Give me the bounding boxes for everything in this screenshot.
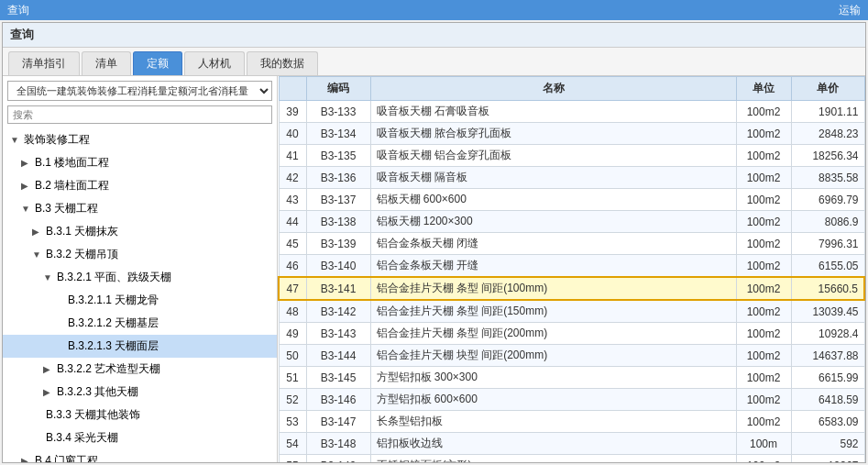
cell-unit: 100m2	[736, 300, 791, 323]
cell-num: 40	[279, 123, 306, 145]
tree-item-b1[interactable]: B.1 楼地面工程	[3, 151, 277, 174]
cell-price: 18256.34	[791, 145, 864, 167]
tree-arrow-b323	[43, 387, 54, 397]
cell-unit: 100m2	[736, 189, 791, 211]
tree-label-b3212: B.3.2.1.2 天棚基层	[68, 316, 159, 331]
cell-name: 铝合金条板天棚 闭缝	[370, 233, 736, 255]
tree-label-root: 装饰装修工程	[24, 132, 90, 148]
cell-num: 48	[279, 300, 306, 323]
table-row[interactable]: 44B3-138铝板天棚 1200×300100m28086.9	[279, 211, 864, 233]
tree-item-b321[interactable]: B.3.2.1 平面、跌级天棚	[3, 266, 277, 289]
table-row[interactable]: 51B3-145方型铝扣板 300×300100m26615.99	[279, 367, 864, 389]
cell-name: 吸音板天棚 隔音板	[370, 167, 736, 189]
tab-rencaiji[interactable]: 人材机	[184, 51, 245, 75]
table-row[interactable]: 42B3-136吸音板天棚 隔音板100m28835.58	[279, 167, 864, 189]
cell-price: 19367	[791, 455, 864, 463]
cell-unit: 100m2	[736, 145, 791, 167]
tab-qingdan-zhiyin[interactable]: 清单指引	[8, 51, 80, 75]
table-row[interactable]: 55B3-149不锈钢镜面板(方形)100m219367	[279, 455, 864, 463]
table-row[interactable]: 48B3-142铝合金挂片天棚 条型 间距(150mm)100m213039.4…	[279, 300, 864, 323]
tab-dinge[interactable]: 定额	[133, 51, 182, 75]
cell-code: B3-148	[306, 433, 370, 455]
cell-unit: 100m2	[736, 345, 791, 367]
cell-price: 8086.9	[791, 211, 864, 233]
tree-item-b3[interactable]: B.3 天棚工程	[3, 197, 277, 220]
table-row[interactable]: 46B3-140铝合金条板天棚 开缝100m26155.05	[279, 255, 864, 278]
right-panel: 编码 名称 单位 单价 39B3-133吸音板天棚 石膏吸音板100m21901…	[278, 76, 865, 462]
cell-code: B3-136	[306, 167, 370, 189]
tree-label-b3213: B.3.2.1.3 天棚面层	[68, 338, 159, 354]
tree-item-root[interactable]: 装饰装修工程	[3, 128, 277, 151]
tree-item-b323[interactable]: B.3.2.3 其他天棚	[3, 381, 277, 404]
tree-label-b34: B.3.4 采光天棚	[46, 430, 118, 446]
tree-label-b4: B.4 门窗工程	[35, 453, 98, 462]
tree-item-b31[interactable]: B.3.1 天棚抹灰	[3, 220, 277, 243]
cell-unit: 100m2	[736, 233, 791, 255]
tree-label-b33: B.3.3 天棚其他装饰	[46, 407, 140, 423]
tree-label-b2: B.2 墙柱面工程	[35, 178, 109, 194]
cell-price: 7996.31	[791, 233, 864, 255]
cell-code: B3-133	[306, 101, 370, 123]
tree-label-b31: B.3.1 天棚抹灰	[46, 224, 118, 239]
tab-mydata[interactable]: 我的数据	[247, 51, 318, 75]
title-bar: 查询	[3, 23, 865, 48]
main-window: 查询 清单指引 清单 定额 人材机 我的数据 全国统一建筑装饰装修工程消耗量定额…	[2, 22, 866, 463]
cell-price: 6969.79	[791, 189, 864, 211]
table-row[interactable]: 49B3-143铝合金挂片天棚 条型 间距(200mm)100m210928.4	[279, 323, 864, 345]
cell-num: 46	[279, 255, 306, 278]
cell-name: 铝板天棚 600×600	[370, 189, 736, 211]
tree-item-b33[interactable]: B.3.3 天棚其他装饰	[3, 404, 277, 426]
cell-price: 6615.99	[791, 367, 864, 389]
tree-item-b3213[interactable]: B.3.2.1.3 天棚面层	[3, 335, 277, 358]
table-scroll[interactable]: 编码 名称 单位 单价 39B3-133吸音板天棚 石膏吸音板100m21901…	[278, 76, 865, 462]
tree-item-b3212[interactable]: B.3.2.1.2 天棚基层	[3, 312, 277, 335]
tree-item-b4[interactable]: B.4 门窗工程	[3, 449, 277, 462]
header-price: 单价	[791, 77, 864, 101]
cell-unit: 100m2	[736, 101, 791, 123]
tree-item-b32[interactable]: B.3.2 天棚吊顶	[3, 243, 277, 266]
table-row[interactable]: 54B3-148铝扣板收边线100m592	[279, 433, 864, 455]
table-row[interactable]: 52B3-146方型铝扣板 600×600100m26418.59	[279, 389, 864, 411]
table-row[interactable]: 40B3-134吸音板天棚 脓合板穿孔面板100m22848.23	[279, 123, 864, 145]
tree-label-b322: B.3.2.2 艺术造型天棚	[57, 361, 160, 377]
tree-item-b322[interactable]: B.3.2.2 艺术造型天棚	[3, 358, 277, 381]
cell-code: B3-135	[306, 145, 370, 167]
cell-price: 1901.11	[791, 101, 864, 123]
tree-item-b34[interactable]: B.3.4 采光天棚	[3, 426, 277, 449]
top-bar: 查询 运输	[0, 0, 868, 20]
table-row[interactable]: 41B3-135吸音板天棚 铝合金穿孔面板100m218256.34	[279, 145, 864, 167]
cell-num: 47	[279, 277, 306, 300]
top-bar-title: 查询	[7, 3, 29, 18]
cell-code: B3-140	[306, 255, 370, 278]
cell-price: 2848.23	[791, 123, 864, 145]
cell-num: 43	[279, 189, 306, 211]
tree-item-b2[interactable]: B.2 墙柱面工程	[3, 174, 277, 197]
table-row[interactable]: 50B3-144铝合金挂片天棚 块型 间距(200mm)100m214637.8…	[279, 345, 864, 367]
table-row[interactable]: 53B3-147长条型铝扣板100m26583.09	[279, 411, 864, 433]
cell-unit: 100m2	[736, 411, 791, 433]
table-row[interactable]: 45B3-139铝合金条板天棚 闭缝100m27996.31	[279, 233, 864, 255]
quota-dropdown[interactable]: 全国统一建筑装饰装修工程消耗量定额河北省消耗量	[7, 81, 272, 101]
cell-name: 吸音板天棚 石膏吸音板	[370, 101, 736, 123]
cell-name: 铝合金挂片天棚 条型 间距(200mm)	[370, 323, 736, 345]
tab-bar: 清单指引 清单 定额 人材机 我的数据	[3, 48, 865, 76]
cell-name: 方型铝扣板 600×600	[370, 389, 736, 411]
cell-name: 铝板天棚 1200×300	[370, 211, 736, 233]
search-input[interactable]	[7, 105, 272, 124]
table-row[interactable]: 43B3-137铝板天棚 600×600100m26969.79	[279, 189, 864, 211]
left-panel: 全国统一建筑装饰装修工程消耗量定额河北省消耗量 装饰装修工程B.1 楼地面工程B…	[3, 76, 278, 462]
tree-item-b3211[interactable]: B.3.2.1.1 天棚龙骨	[3, 289, 277, 312]
cell-unit: 100m2	[736, 389, 791, 411]
tree-arrow-b32	[32, 249, 43, 260]
cell-price: 6155.05	[791, 255, 864, 278]
tree-arrow-b321	[43, 272, 54, 282]
cell-code: B3-146	[306, 389, 370, 411]
cell-unit: 100m2	[736, 455, 791, 463]
table-row[interactable]: 39B3-133吸音板天棚 石膏吸音板100m21901.11	[279, 101, 864, 123]
cell-num: 42	[279, 167, 306, 189]
cell-code: B3-134	[306, 123, 370, 145]
tab-qingdan[interactable]: 清单	[82, 51, 131, 75]
cell-num: 54	[279, 433, 306, 455]
table-row[interactable]: 47B3-141铝合金挂片天棚 条型 间距(100mm)100m215660.5	[279, 277, 864, 300]
tree-arrow-b322	[43, 364, 54, 374]
